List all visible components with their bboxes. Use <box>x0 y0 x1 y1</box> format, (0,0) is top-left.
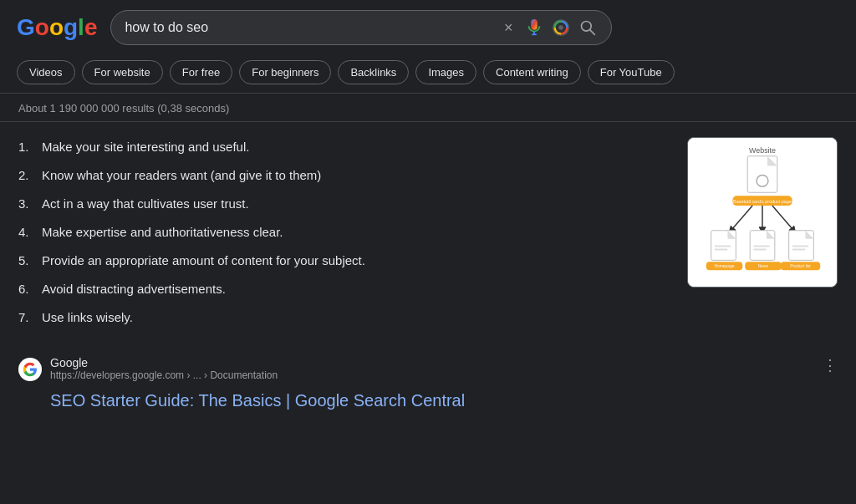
list-text: Know what your readers want (and give it… <box>42 165 321 186</box>
list-text: Act in a way that cultivates user trust. <box>42 194 249 214</box>
source-favicon <box>18 358 42 381</box>
list-number: 6. <box>18 279 35 299</box>
svg-text:Website: Website <box>749 146 776 155</box>
list-text: Make expertise and authoritativeness cle… <box>42 222 283 242</box>
source-result: Google https://developers.google.com › .… <box>0 344 856 388</box>
search-icon[interactable] <box>578 18 598 38</box>
google-lens-icon[interactable] <box>551 18 571 38</box>
search-bar: × <box>110 10 612 45</box>
svg-rect-28 <box>789 231 814 261</box>
svg-rect-25 <box>753 249 767 251</box>
seo-thumbnail[interactable]: Website Baseball card's product page <box>687 137 838 288</box>
list-number: 4. <box>18 222 35 242</box>
svg-rect-18 <box>715 246 731 247</box>
chip-videos[interactable]: Videos <box>17 60 75 84</box>
list-item: 2. Know what your readers want (and give… <box>18 165 654 186</box>
main-content: 1. Make your site interesting and useful… <box>0 129 856 344</box>
svg-text:News: News <box>758 264 769 268</box>
google-logo: Google <box>17 14 97 41</box>
list-item: 7. Use links wisely. <box>18 308 654 328</box>
list-number: 2. <box>18 165 35 186</box>
svg-rect-30 <box>792 246 809 247</box>
numbered-list: 1. Make your site interesting and useful… <box>18 137 654 328</box>
list-number: 1. <box>18 137 35 157</box>
chip-for-beginners[interactable]: For beginners <box>239 60 331 84</box>
list-number: 3. <box>18 194 35 214</box>
search-input[interactable] <box>125 20 495 35</box>
more-options-icon[interactable]: ⋮ <box>823 356 838 374</box>
microphone-icon[interactable] <box>524 18 544 38</box>
source-url: https://developers.google.com › ... › Do… <box>50 369 808 381</box>
search-chips-row: Videos For website For free For beginner… <box>0 55 856 94</box>
list-text: Use links wisely. <box>42 308 133 328</box>
list-item: 4. Make expertise and authoritativeness … <box>18 222 654 242</box>
list-text: Avoid distracting advertisements. <box>42 279 226 299</box>
svg-text:Homepage: Homepage <box>714 264 734 268</box>
svg-line-5 <box>590 30 594 34</box>
svg-rect-22 <box>750 231 775 261</box>
list-text: Make your site interesting and useful. <box>42 137 249 157</box>
chip-for-free[interactable]: For free <box>170 60 233 84</box>
result-list: 1. Make your site interesting and useful… <box>18 137 654 336</box>
svg-point-3 <box>559 25 564 30</box>
chip-for-website[interactable]: For website <box>82 60 163 84</box>
chip-images[interactable]: Images <box>415 60 476 84</box>
list-item: 1. Make your site interesting and useful… <box>18 137 654 157</box>
svg-rect-16 <box>711 231 736 261</box>
chip-for-youtube[interactable]: For YouTube <box>588 60 675 84</box>
svg-text:Product list: Product list <box>790 264 811 268</box>
results-info: About 1 190 000 000 results (0,38 second… <box>0 94 856 121</box>
svg-rect-19 <box>715 249 728 251</box>
svg-rect-31 <box>792 249 806 251</box>
chip-content-writing[interactable]: Content writing <box>483 60 581 84</box>
list-item: 3. Act in a way that cultivates user tru… <box>18 194 654 214</box>
list-number: 7. <box>18 308 35 328</box>
svg-text:Baseball card's product page: Baseball card's product page <box>733 199 792 204</box>
list-item: 5. Provide an appropriate amount of cont… <box>18 251 654 271</box>
source-meta: Google https://developers.google.com › .… <box>50 356 808 381</box>
svg-rect-24 <box>753 246 770 247</box>
divider <box>0 121 856 122</box>
source-name: Google <box>50 356 808 369</box>
list-item: 6. Avoid distracting advertisements. <box>18 279 654 299</box>
clear-icon[interactable]: × <box>504 20 513 35</box>
list-text: Provide an appropriate amount of content… <box>42 251 365 271</box>
chip-backlinks[interactable]: Backlinks <box>338 60 409 84</box>
search-icons <box>524 18 598 38</box>
list-number: 5. <box>18 251 35 271</box>
header: Google × <box>0 0 856 55</box>
result-title[interactable]: SEO Starter Guide: The Basics | Google S… <box>0 388 856 410</box>
